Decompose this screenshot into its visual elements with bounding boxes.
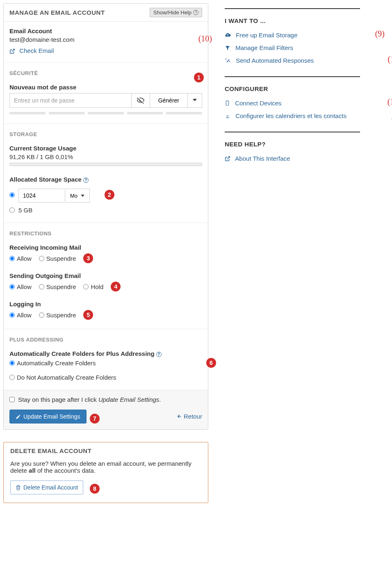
radio-5gb-label: 5 GB	[18, 207, 32, 214]
outgoing-allow[interactable]: Allow	[9, 283, 32, 290]
outgoing-suspend[interactable]: Suspendre	[39, 283, 76, 290]
cloud-up-icon	[225, 32, 231, 38]
incoming-suspend[interactable]: Suspendre	[39, 255, 76, 262]
plus-auto-create[interactable]: Automatically Create Folders	[9, 360, 96, 367]
svg-line-4	[227, 157, 230, 159]
help-icon: ?	[193, 10, 198, 15]
update-email-settings-button[interactable]: Update Email Settings	[9, 410, 87, 424]
annotation-6: 6	[206, 358, 216, 368]
show-hide-help-button[interactable]: Show/Hide Help ?	[150, 8, 202, 17]
annotation-4: 4	[111, 282, 121, 291]
storage-size-input[interactable]	[18, 189, 64, 203]
configure-heading: CONFIGURER	[225, 85, 360, 92]
delete-email-account-button[interactable]: Delete Email Account	[10, 480, 83, 494]
security-heading: SÉCURITÉ	[9, 70, 202, 76]
stay-on-page-checkbox[interactable]	[9, 397, 15, 402]
configure-calendars-link[interactable]: Configurer les calendriers et les contac…	[225, 112, 360, 119]
new-password-label: Nouveau mot de passe	[9, 84, 202, 91]
retour-link[interactable]: Retour	[177, 413, 202, 420]
generate-password-dropdown-button[interactable]	[187, 93, 202, 108]
incoming-label: Receiving Incoming Mail	[9, 244, 202, 251]
arrow-left-icon	[177, 414, 182, 419]
eye-off-icon	[137, 96, 145, 105]
download-icon	[225, 113, 230, 119]
free-up-storage-link[interactable]: Free up Email Storage (9)	[225, 32, 360, 39]
svg-rect-2	[226, 101, 229, 105]
plus-heading: PLUS ADDRESSING	[9, 337, 202, 343]
want-to-heading: I WANT TO ...	[225, 17, 360, 24]
allocated-storage-label: Allocated Storage Space	[9, 176, 82, 183]
password-strength-meter	[9, 112, 202, 114]
password-input[interactable]	[9, 93, 131, 108]
email-account-value: test@domaine-test.com	[9, 36, 202, 43]
delete-warning-text: Are you sure? When you delete an email a…	[10, 460, 201, 474]
caret-down-icon	[81, 194, 84, 198]
annotation-7: 7	[90, 414, 100, 424]
delete-heading: DELETE EMAIL ACCOUNT	[10, 447, 201, 454]
annotation-10: (10)	[198, 34, 212, 43]
manage-filters-link[interactable]: Manage Email Filters	[225, 44, 360, 51]
need-help-heading: NEED HELP?	[225, 141, 360, 148]
trash-icon	[16, 485, 21, 490]
plus-no-auto[interactable]: Do Not Automatically Create Folders	[9, 374, 116, 381]
radio-5gb[interactable]	[9, 207, 15, 213]
annotation-3: 3	[83, 253, 93, 263]
automated-responses-link[interactable]: Send Automated Responses (11)	[225, 57, 360, 64]
annotation-8: 8	[90, 484, 100, 494]
plus-label: Automatically Create Folders for Plus Ad…	[9, 350, 155, 357]
login-allow[interactable]: Allow	[9, 312, 32, 319]
stay-on-page-label: Stay on this page after I click Update E…	[18, 396, 161, 403]
mobile-icon	[225, 100, 230, 106]
email-account-label: Email Account	[9, 27, 202, 34]
radio-custom-size[interactable]	[9, 192, 15, 198]
filter-icon	[225, 45, 230, 51]
storage-usage-value: 91,26 KB / 1 GB 0,01%	[9, 153, 202, 160]
external-link-icon	[9, 48, 15, 54]
annotation-1: 1	[194, 73, 204, 82]
login-suspend[interactable]: Suspendre	[39, 312, 76, 319]
toggle-password-visibility-button[interactable]	[131, 93, 150, 108]
storage-unit-dropdown[interactable]: Mo	[65, 189, 90, 203]
storage-progress-bar	[9, 163, 202, 166]
about-interface-link[interactable]: About This Interface	[225, 155, 360, 162]
help-icon[interactable]: ?	[156, 352, 162, 357]
annotation-12: (12)	[387, 97, 392, 107]
help-icon[interactable]: ?	[83, 178, 89, 183]
storage-usage-label: Current Storage Usage	[9, 145, 202, 152]
generate-password-button[interactable]: Générer	[150, 93, 187, 108]
annotation-11: (11)	[387, 55, 392, 64]
connect-devices-link[interactable]: Connect Devices (12)	[225, 100, 360, 107]
annotation-2: 2	[105, 190, 114, 200]
outgoing-hold[interactable]: Hold	[83, 283, 103, 290]
svg-line-0	[12, 49, 14, 52]
caret-down-icon	[193, 98, 197, 102]
pencil-icon	[16, 414, 21, 419]
check-email-link[interactable]: Check Email	[9, 47, 54, 54]
external-link-icon	[225, 156, 230, 162]
panel-title: MANAGE AN EMAIL ACCOUNT	[9, 9, 105, 16]
incoming-allow[interactable]: Allow	[9, 255, 32, 262]
annotation-5: 5	[83, 310, 93, 320]
magic-wand-icon	[225, 57, 231, 64]
annotation-9: (9)	[375, 29, 385, 39]
login-label: Logging In	[9, 301, 202, 307]
storage-heading: STORAGE	[9, 131, 202, 137]
outgoing-label: Sending Outgoing Email	[9, 272, 202, 279]
restrictions-heading: RESTRICTIONS	[9, 230, 202, 237]
